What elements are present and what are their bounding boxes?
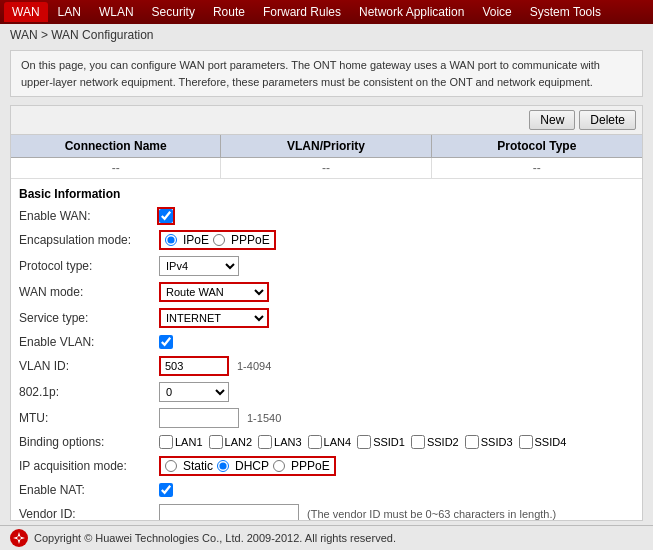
vendor-id-hint: (The vendor ID must be 0~63 characters i… — [307, 508, 556, 520]
wan-mode-label: WAN mode: — [19, 285, 159, 299]
nav-item-wan[interactable]: WAN — [4, 2, 48, 22]
enable-vlan-control — [159, 335, 634, 349]
table-header: Connection Name VLAN/Priority Protocol T… — [11, 135, 642, 158]
binding-ssid4-label: SSID4 — [535, 436, 567, 448]
enable-wan-checkbox[interactable] — [159, 209, 173, 223]
encap-ipoe-label: IPoE — [183, 233, 209, 247]
new-button[interactable]: New — [529, 110, 575, 130]
nav-item-voice[interactable]: Voice — [474, 2, 519, 22]
binding-lan3-label: LAN3 — [274, 436, 302, 448]
vlan-id-input[interactable] — [159, 356, 229, 376]
enable-nat-checkbox[interactable] — [159, 483, 173, 497]
binding-ssid4[interactable] — [519, 435, 533, 449]
main-container: WAN > WAN Configuration On this page, yo… — [0, 24, 653, 550]
nav-item-network-application[interactable]: Network Application — [351, 2, 472, 22]
dot1p-select[interactable]: 0 1 2 3 4 5 6 7 — [159, 382, 229, 402]
encap-ipoe-radio[interactable] — [165, 234, 177, 246]
nav-item-route[interactable]: Route — [205, 2, 253, 22]
service-type-label: Service type: — [19, 311, 159, 325]
ip-acq-dhcp-label: DHCP — [235, 459, 269, 473]
enable-nat-label: Enable NAT: — [19, 483, 159, 497]
binding-ssid3-label: SSID3 — [481, 436, 513, 448]
info-box: On this page, you can configure WAN port… — [10, 50, 643, 97]
enable-nat-control — [159, 483, 634, 497]
ip-acq-pppoe-radio[interactable] — [273, 460, 285, 472]
ip-acq-group: Static DHCP PPPoE — [159, 456, 336, 476]
table-row: -- -- -- — [11, 158, 642, 179]
vendor-id-control: (The vendor ID must be 0~63 characters i… — [159, 504, 634, 521]
enable-vlan-checkbox[interactable] — [159, 335, 173, 349]
binding-lan4[interactable] — [308, 435, 322, 449]
service-type-row: Service type: INTERNET TR069 VOIP OTHER — [19, 305, 634, 331]
cell-vlan-priority: -- — [221, 158, 431, 178]
section-title: Basic Information — [19, 183, 634, 205]
ip-acq-label: IP acquisition mode: — [19, 459, 159, 473]
vlan-id-row: VLAN ID: 1-4094 — [19, 353, 634, 379]
binding-label: Binding options: — [19, 435, 159, 449]
mtu-hint: 1-1540 — [247, 412, 281, 424]
wan-mode-row: WAN mode: Route WAN Bridge WAN — [19, 279, 634, 305]
vendor-id-input[interactable] — [159, 504, 299, 521]
protocol-type-row: Protocol type: IPv4 — [19, 253, 634, 279]
nav-item-system-tools[interactable]: System Tools — [522, 2, 609, 22]
protocol-type-label: Protocol type: — [19, 259, 159, 273]
encap-mode-group: IPoE PPPoE — [159, 230, 276, 250]
wan-mode-select[interactable]: Route WAN Bridge WAN — [159, 282, 269, 302]
enable-vlan-row: Enable VLAN: — [19, 331, 634, 353]
encap-mode-row: Encapsulation mode: IPoE PPPoE — [19, 227, 634, 253]
enable-vlan-label: Enable VLAN: — [19, 335, 159, 349]
binding-ssid2[interactable] — [411, 435, 425, 449]
binding-lan2[interactable] — [209, 435, 223, 449]
dot1p-row: 802.1p: 0 1 2 3 4 5 6 7 — [19, 379, 634, 405]
cell-protocol-type: -- — [432, 158, 642, 178]
binding-control: LAN1 LAN2 LAN3 LAN4 SSID1 SSID2 SSID3 SS… — [159, 435, 634, 449]
nav-item-security[interactable]: Security — [144, 2, 203, 22]
ip-acq-dhcp-radio[interactable] — [217, 460, 229, 472]
toolbar-row: New Delete — [11, 106, 642, 135]
vlan-id-hint: 1-4094 — [237, 360, 271, 372]
enable-wan-label: Enable WAN: — [19, 209, 159, 223]
binding-lan2-label: LAN2 — [225, 436, 253, 448]
ip-acq-pppoe-label: PPPoE — [291, 459, 330, 473]
protocol-type-select[interactable]: IPv4 — [159, 256, 239, 276]
vendor-id-label: Vendor ID: — [19, 507, 159, 521]
nav-bar: WAN LAN WLAN Security Route Forward Rule… — [0, 0, 653, 24]
ip-acq-row: IP acquisition mode: Static DHCP PPPoE — [19, 453, 634, 479]
ip-acq-static-radio[interactable] — [165, 460, 177, 472]
dot1p-label: 802.1p: — [19, 385, 159, 399]
content-panel: New Delete Connection Name VLAN/Priority… — [10, 105, 643, 521]
cell-connection-name: -- — [11, 158, 221, 178]
vlan-id-label: VLAN ID: — [19, 359, 159, 373]
enable-wan-row: Enable WAN: — [19, 205, 634, 227]
wan-mode-control: Route WAN Bridge WAN — [159, 282, 634, 302]
binding-lan1-label: LAN1 — [175, 436, 203, 448]
nav-item-forward-rules[interactable]: Forward Rules — [255, 2, 349, 22]
vlan-id-control: 1-4094 — [159, 356, 634, 376]
enable-nat-row: Enable NAT: — [19, 479, 634, 501]
encap-mode-label: Encapsulation mode: — [19, 233, 159, 247]
protocol-type-control: IPv4 — [159, 256, 634, 276]
vendor-id-row: Vendor ID: (The vendor ID must be 0~63 c… — [19, 501, 634, 521]
nav-item-lan[interactable]: LAN — [50, 2, 89, 22]
mtu-control: 1-1540 — [159, 408, 634, 428]
encap-pppoe-label: PPPoE — [231, 233, 270, 247]
mtu-row: MTU: 1-1540 — [19, 405, 634, 431]
encap-pppoe-radio[interactable] — [213, 234, 225, 246]
binding-ssid1-label: SSID1 — [373, 436, 405, 448]
form-section: Basic Information Enable WAN: Encapsulat… — [11, 179, 642, 521]
mtu-input[interactable] — [159, 408, 239, 428]
binding-row: Binding options: LAN1 LAN2 LAN3 LAN4 SSI… — [19, 431, 634, 453]
binding-ssid1[interactable] — [357, 435, 371, 449]
delete-button[interactable]: Delete — [579, 110, 636, 130]
binding-ssid3[interactable] — [465, 435, 479, 449]
service-type-select[interactable]: INTERNET TR069 VOIP OTHER — [159, 308, 269, 328]
dot1p-control: 0 1 2 3 4 5 6 7 — [159, 382, 634, 402]
binding-lan3[interactable] — [258, 435, 272, 449]
binding-lan1[interactable] — [159, 435, 173, 449]
ip-acq-static-label: Static — [183, 459, 213, 473]
col-vlan-priority: VLAN/Priority — [221, 135, 431, 157]
nav-item-wlan[interactable]: WLAN — [91, 2, 142, 22]
binding-ssid2-label: SSID2 — [427, 436, 459, 448]
footer: Copyright © Huawei Technologies Co., Ltd… — [0, 525, 653, 550]
enable-wan-control — [159, 209, 634, 223]
